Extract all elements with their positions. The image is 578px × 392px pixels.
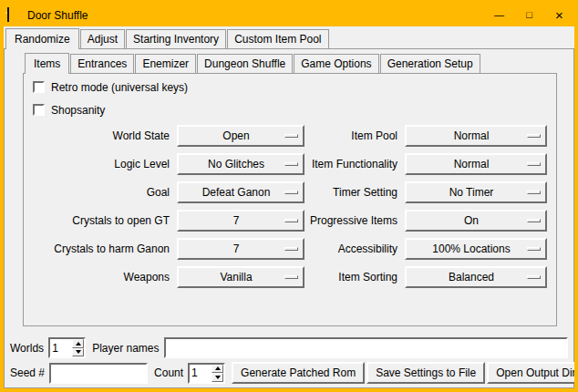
worlds-spinner[interactable] — [48, 337, 86, 358]
dropdown-value: 100% Locations — [432, 242, 519, 255]
open-output-button[interactable]: Open Output Directory — [487, 362, 578, 384]
inner-tab-bar: Items Entrances Enemizer Dungeon Shuffle… — [25, 53, 573, 73]
dropdown-progressive-items[interactable]: On — [405, 210, 547, 232]
timer-setting-label: Timer Setting — [304, 186, 405, 199]
tab-generation-setup[interactable]: Generation Setup — [380, 54, 480, 73]
dropdown-indicator-icon — [284, 134, 298, 138]
arrow-up-icon — [76, 342, 81, 346]
dropdown-world-state[interactable]: Open — [177, 125, 304, 147]
shopsanity-row: Shopsanity — [33, 102, 556, 118]
goal-label: Goal — [31, 186, 177, 199]
dropdown-weapons[interactable]: Vanilla — [177, 266, 304, 288]
tab-randomize[interactable]: Randomize — [5, 28, 79, 49]
tab-items[interactable]: Items — [25, 53, 69, 74]
logic-level-label: Logic Level — [31, 158, 177, 170]
seed-input[interactable] — [49, 363, 148, 384]
dropdown-value: Normal — [454, 158, 499, 170]
dropdown-indicator-icon — [527, 191, 541, 194]
dropdown-indicator-icon — [527, 275, 541, 279]
dropdown-indicator-icon — [527, 162, 541, 166]
window-title: Door Shuffle — [27, 9, 484, 22]
count-label: Count — [154, 366, 183, 379]
count-input[interactable] — [190, 365, 212, 382]
form-row: World State Open Item Pool Normal — [31, 125, 556, 147]
player-names-label: Player names — [92, 342, 159, 355]
save-settings-button[interactable]: Save Settings to File — [366, 362, 485, 384]
dropdown-item-sorting[interactable]: Balanced — [405, 266, 547, 288]
close-button[interactable]: × — [544, 4, 574, 26]
dropdown-timer-setting[interactable]: No Timer — [405, 181, 547, 203]
retro-mode-label: Retro mode (universal keys) — [51, 81, 188, 94]
form-row: Logic Level No Glitches Item Functionali… — [31, 153, 556, 175]
seed-label: Seed # — [10, 366, 45, 379]
dropdown-value: Vanilla — [220, 271, 261, 284]
dropdown-item-pool[interactable]: Normal — [405, 125, 547, 147]
dropdown-accessibility[interactable]: 100% Locations — [405, 238, 547, 260]
dropdown-value: Open — [222, 129, 258, 142]
arrow-down-icon — [76, 350, 81, 354]
dropdown-crystals-gt[interactable]: 7 — [177, 210, 304, 232]
player-names-input[interactable] — [164, 337, 569, 358]
count-spinner[interactable] — [188, 363, 225, 384]
tab-entrances[interactable]: Entrances — [70, 54, 134, 73]
titlebar[interactable]: Door Shuffle — □ × — [4, 4, 574, 26]
dropdown-indicator-icon — [284, 191, 298, 194]
outer-tab-bar: Randomize Adjust Starting Inventory Cust… — [5, 28, 574, 48]
dropdown-value: On — [464, 214, 488, 227]
accessibility-label: Accessibility — [304, 242, 405, 255]
tab-enemizer[interactable]: Enemizer — [135, 54, 196, 73]
tab-adjust[interactable]: Adjust — [80, 29, 125, 48]
checkbox-shopsanity[interactable] — [33, 104, 45, 116]
item-functionality-label: Item Functionality — [304, 158, 405, 170]
tab-dungeon-shuffle[interactable]: Dungeon Shuffle — [197, 54, 293, 73]
minimize-button[interactable]: — — [484, 4, 514, 26]
worlds-input[interactable] — [50, 339, 72, 356]
dropdown-indicator-icon — [284, 247, 298, 251]
window-body: Randomize Adjust Starting Inventory Cust… — [4, 26, 574, 388]
tab-custom-item-pool[interactable]: Custom Item Pool — [227, 29, 328, 48]
worlds-label: Worlds — [10, 342, 44, 355]
dropdown-indicator-icon — [284, 162, 298, 166]
dropdown-value: Balanced — [449, 271, 503, 284]
worlds-spinner-arrows — [72, 339, 84, 356]
settings-grid: World State Open Item Pool Normal Logic … — [24, 125, 556, 288]
item-pool-label: Item Pool — [304, 129, 405, 142]
app-icon — [7, 8, 22, 23]
app-window: Door Shuffle — □ × Randomize Adjust Star… — [0, 0, 578, 392]
randomize-pane: Items Entrances Enemizer Dungeon Shuffle… — [4, 48, 574, 388]
dropdown-indicator-icon — [284, 275, 298, 279]
dropdown-value: 7 — [233, 242, 249, 255]
count-spinner-down[interactable] — [212, 373, 223, 382]
generate-rom-button[interactable]: Generate Patched Rom — [232, 362, 365, 384]
worlds-spinner-down[interactable] — [72, 348, 84, 357]
dropdown-indicator-icon — [527, 134, 541, 138]
dropdown-value: No Timer — [449, 186, 503, 199]
maximize-button[interactable]: □ — [514, 4, 544, 26]
doorknob-icon — [5, 12, 7, 14]
retro-mode-row: Retro mode (universal keys) — [33, 79, 556, 95]
tab-game-options[interactable]: Game Options — [294, 54, 378, 73]
dropdown-logic-level[interactable]: No Glitches — [177, 153, 304, 175]
count-spinner-up[interactable] — [212, 365, 223, 374]
dropdown-item-functionality[interactable]: Normal — [405, 153, 547, 175]
form-row: Crystals to harm Ganon 7 Accessibility 1… — [31, 238, 556, 260]
arrow-down-icon — [215, 376, 221, 379]
world-state-label: World State — [31, 129, 177, 142]
worlds-row: Worlds Player names — [10, 337, 568, 358]
dropdown-value: Defeat Ganon — [202, 186, 280, 199]
form-row: Weapons Vanilla Item Sorting Balanced — [31, 266, 556, 288]
arrow-up-icon — [215, 366, 221, 370]
dropdown-indicator-icon — [527, 247, 541, 251]
shopsanity-label: Shopsanity — [51, 104, 105, 117]
dropdown-goal[interactable]: Defeat Ganon — [177, 181, 304, 203]
dropdown-indicator-icon — [527, 219, 541, 222]
dropdown-value: No Glitches — [208, 158, 274, 170]
worlds-spinner-up[interactable] — [72, 339, 84, 348]
dropdown-crystals-ganon[interactable]: 7 — [177, 238, 304, 260]
weapons-label: Weapons — [31, 271, 177, 284]
app-icon-shape — [7, 7, 9, 22]
tab-starting-inventory[interactable]: Starting Inventory — [126, 29, 226, 48]
checkbox-retro-mode[interactable] — [33, 81, 45, 93]
crystals-ganon-label: Crystals to harm Ganon — [31, 242, 177, 255]
progressive-items-label: Progressive Items — [304, 214, 405, 227]
